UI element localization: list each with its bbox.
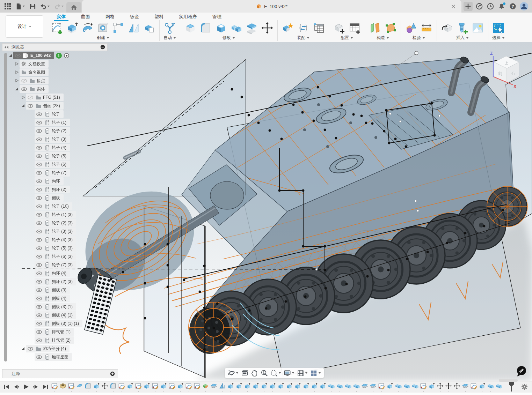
- timeline-feature-form[interactable]: [202, 382, 209, 389]
- joint-button[interactable]: [297, 21, 310, 35]
- shell-button[interactable]: [214, 21, 228, 35]
- timeline-feature-combine[interactable]: [328, 382, 335, 389]
- timeline-feature-mirror[interactable]: [219, 382, 226, 389]
- new-tab-icon[interactable]: [464, 2, 473, 11]
- visibility-eye-icon[interactable]: [36, 297, 43, 300]
- thicken-button[interactable]: [143, 21, 156, 35]
- visibility-eye-icon[interactable]: [36, 230, 43, 233]
- visibility-eye-icon[interactable]: [36, 305, 43, 309]
- visibility-eye-icon[interactable]: [36, 221, 43, 225]
- timeline-feature-fillet[interactable]: [85, 382, 92, 389]
- app-grid-button[interactable]: [3, 2, 13, 11]
- expander-closed-icon[interactable]: [14, 78, 20, 83]
- expander-open-icon[interactable]: [8, 53, 13, 58]
- comments-bar[interactable]: 注释: [2, 369, 118, 378]
- timeline-feature-extrude[interactable]: [143, 382, 150, 389]
- timeline-feature-plane[interactable]: [370, 382, 377, 389]
- visibility-eye-icon[interactable]: [36, 196, 43, 200]
- pattern-button[interactable]: [112, 21, 125, 35]
- step-back-button[interactable]: [13, 383, 20, 390]
- timeline-feature-extrude[interactable]: [479, 382, 486, 389]
- visibility-eye-icon[interactable]: [27, 347, 34, 351]
- zoom-button[interactable]: [261, 370, 268, 377]
- select-button[interactable]: [492, 21, 505, 35]
- save-button[interactable]: [28, 2, 38, 11]
- browser-tree-item[interactable]: 实体: [2, 85, 108, 93]
- new-component-button[interactable]: [281, 21, 294, 35]
- ribbon-tab-实用程序[interactable]: 实用程序: [171, 13, 205, 20]
- ribbon-group-label[interactable]: 修改: [223, 35, 235, 41]
- browser-tree-item[interactable]: 狗环 (4): [2, 269, 108, 277]
- visibility-eye-icon[interactable]: [36, 288, 43, 292]
- browser-tree-item[interactable]: 排气管 (2): [2, 336, 108, 344]
- timeline-feature-revolve[interactable]: [76, 382, 83, 389]
- display-settings-button[interactable]: [284, 370, 294, 377]
- ribbon-tab-实体[interactable]: 实体: [49, 13, 73, 20]
- expander-closed-icon[interactable]: [14, 61, 20, 67]
- browser-tree-item[interactable]: 侧板: [2, 194, 108, 202]
- timeline-settings-gear-icon[interactable]: [521, 383, 528, 390]
- ribbon-group-label[interactable]: 检验: [413, 35, 425, 41]
- browser-tree-item[interactable]: 轮子 (2) (3): [2, 219, 108, 227]
- timeline-feature-extrude[interactable]: [303, 382, 309, 389]
- panel-minimize-icon[interactable]: [100, 45, 105, 50]
- expander-closed-icon[interactable]: [14, 69, 20, 75]
- browser-tree-item[interactable]: FFG (51): [2, 94, 108, 101]
- timeline-feature-extrude[interactable]: [93, 382, 100, 389]
- browser-tree-item[interactable]: 轮子 (7): [2, 169, 108, 177]
- timeline-feature-combine[interactable]: [395, 382, 402, 389]
- press-pull-button[interactable]: [184, 21, 197, 35]
- timeline-feature-extrude[interactable]: [160, 382, 167, 389]
- browser-tree-item[interactable]: 狗环: [2, 177, 108, 185]
- timeline-feature-extrude[interactable]: [252, 382, 259, 389]
- timeline-feature-sketch[interactable]: [68, 382, 75, 389]
- help-icon[interactable]: ?: [508, 2, 517, 11]
- browser-tree-item[interactable]: 命名视图: [2, 68, 108, 76]
- timeline-playhead[interactable]: [509, 382, 514, 392]
- timeline-feature-combine[interactable]: [336, 382, 343, 389]
- visibility-eye-icon[interactable]: [36, 313, 43, 317]
- configuration-button[interactable]: [333, 21, 346, 35]
- visibility-eye-icon[interactable]: [36, 355, 43, 359]
- browser-tree-item[interactable]: 轮子 (7) (3): [2, 261, 108, 269]
- visibility-eye-icon[interactable]: [36, 137, 43, 141]
- timeline-scroll-handle[interactable]: [499, 379, 518, 382]
- add-comment-icon[interactable]: [110, 371, 115, 376]
- visibility-eye-icon[interactable]: [36, 163, 43, 166]
- ribbon-group-label[interactable]: 选择: [492, 35, 505, 41]
- ribbon-tab-钣金[interactable]: 钣金: [122, 13, 147, 20]
- browser-tree-item[interactable]: 轮子 (3): [2, 135, 108, 143]
- browser-tree-item[interactable]: 狗环 (2) (3): [2, 278, 108, 285]
- expander-open-icon[interactable]: [20, 103, 26, 109]
- timeline-feature-move[interactable]: [437, 382, 444, 389]
- timeline-feature-sketch[interactable]: [194, 382, 201, 389]
- visibility-eye-icon[interactable]: [27, 96, 34, 99]
- grid-snap-button[interactable]: [297, 370, 308, 377]
- home-button[interactable]: [66, 2, 81, 13]
- visibility-eye-icon[interactable]: [36, 238, 43, 242]
- ribbon-group-label[interactable]: 构造: [377, 35, 389, 41]
- visibility-eye-icon[interactable]: [36, 171, 43, 175]
- timeline-feature-hole[interactable]: [59, 382, 66, 389]
- ribbon-group-label[interactable]: 自动: [163, 35, 176, 41]
- browser-tree-item[interactable]: 轮子 (5) (3): [2, 244, 108, 252]
- timeline-feature-extrude[interactable]: [277, 382, 284, 389]
- browser-tree-item[interactable]: 侧板 (3): [2, 286, 108, 294]
- timeline-feature-move[interactable]: [453, 382, 460, 389]
- browser-tree-item[interactable]: 文档设置: [2, 60, 108, 68]
- browser-tree-item[interactable]: 轮子 (4): [2, 144, 108, 151]
- visibility-eye-icon[interactable]: [36, 179, 43, 183]
- browser-tree-item[interactable]: 排气管 (1): [2, 328, 108, 336]
- timeline-feature-fillet[interactable]: [110, 382, 117, 389]
- visibility-eye-icon[interactable]: [14, 54, 21, 58]
- timeline-feature-extrude[interactable]: [294, 382, 301, 389]
- browser-tree-item[interactable]: 侧板 (3) (1) (1): [2, 320, 108, 327]
- timeline-feature-extrude[interactable]: [386, 382, 393, 389]
- timeline-feature-combine[interactable]: [344, 382, 351, 389]
- browser-tree-item[interactable]: 炮塔座圈: [2, 353, 108, 361]
- fit-button[interactable]: [270, 370, 281, 377]
- split-body-button[interactable]: [245, 21, 258, 35]
- viewports-button[interactable]: [310, 370, 321, 377]
- visibility-eye-icon[interactable]: [36, 338, 43, 342]
- timeline-feature-extrude[interactable]: [428, 382, 435, 389]
